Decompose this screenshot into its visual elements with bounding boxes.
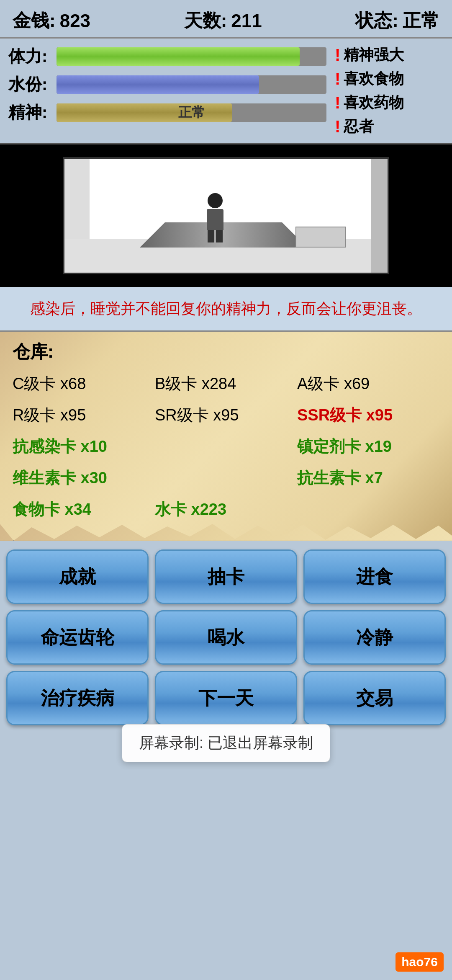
fate-button[interactable]: 命运齿轮	[6, 610, 149, 665]
excl-icon-2: !	[335, 70, 340, 88]
achievement-button[interactable]: 成就	[6, 549, 149, 604]
water-row: 水份:	[8, 73, 326, 96]
inv-empty-1	[155, 433, 297, 461]
inv-sedative: 镇定剂卡 x19	[297, 433, 439, 461]
toast-notification: 屏幕录制: 已退出屏幕录制	[122, 724, 330, 762]
inv-c-card: C级卡 x68	[13, 370, 155, 398]
status-tag-label-4: 忍者	[344, 116, 374, 137]
inv-water-card: 水卡 x223	[155, 495, 297, 524]
message-section: 感染后，睡觉并不能回复你的精神力，反而会让你更沮丧。	[0, 287, 452, 332]
status-tag-3: ! 喜欢药物	[335, 93, 444, 113]
inv-vitamin: 维生素卡 x30	[13, 464, 155, 492]
days-value: 211	[231, 10, 262, 31]
status-tags: ! 精神强大 ! 喜欢食物 ! 喜欢药物 ! 忍者	[335, 45, 444, 137]
inv-a-card: A级卡 x69	[297, 370, 439, 398]
buttons-section: 成就 抽卡 进食 命运齿轮 喝水 冷静 治疗疾病 下一天 交易	[0, 541, 452, 736]
next-day-button[interactable]: 下一天	[155, 671, 297, 725]
drink-button[interactable]: 喝水	[155, 610, 297, 665]
eat-button[interactable]: 进食	[303, 549, 446, 604]
money-value: 823	[60, 10, 90, 31]
inv-anti-infection: 抗感染卡 x10	[13, 433, 155, 461]
status-label: 状态:	[355, 8, 398, 33]
inventory-grid: C级卡 x68 B级卡 x284 A级卡 x69 R级卡 x95 SR级卡 x9…	[13, 370, 439, 524]
spirit-bar-fill	[56, 103, 232, 122]
button-row-2: 命运齿轮 喝水 冷静	[6, 610, 446, 665]
draw-button[interactable]: 抽卡	[155, 549, 297, 604]
scene-table	[295, 227, 346, 248]
status-tag-1: ! 精神强大	[335, 45, 444, 65]
status-tag-2: ! 喜欢食物	[335, 69, 444, 89]
button-row-3: 治疗疾病 下一天 交易	[6, 671, 446, 725]
inv-ssr-card: SSR级卡 x95	[297, 401, 439, 429]
status-tag-label-1: 精神强大	[344, 45, 404, 65]
calm-button[interactable]: 冷静	[303, 610, 446, 665]
days-section: 天数: 211	[184, 8, 262, 33]
health-label: 体力:	[8, 45, 50, 68]
watermark: hao76	[396, 952, 444, 972]
stats-section: 体力: 水份: 精神: 正常 ! 精神强大 ! 喜欢食物	[0, 39, 452, 144]
scene-wall-right	[371, 159, 388, 273]
spirit-bar-text: 正常	[178, 103, 205, 122]
inv-sr-card: SR级卡 x95	[155, 401, 297, 429]
money-label: 金钱:	[13, 8, 56, 33]
water-label: 水份:	[8, 73, 50, 96]
status-tag-label-2: 喜欢食物	[344, 69, 404, 89]
spirit-label: 精神:	[8, 101, 50, 124]
scene-figure	[203, 193, 228, 243]
trade-button[interactable]: 交易	[303, 671, 446, 725]
status-tag-4: ! 忍者	[335, 116, 444, 137]
toast-text: 屏幕录制: 已退出屏幕录制	[139, 734, 313, 751]
figure-leg-right	[216, 230, 223, 242]
torn-edge	[0, 524, 452, 541]
inv-b-card: B级卡 x284	[155, 370, 297, 398]
excl-icon-4: !	[335, 117, 340, 136]
status-section: 状态: 正常	[355, 8, 439, 33]
message-text: 感染后，睡觉并不能回复你的精神力，反而会让你更沮丧。	[17, 297, 435, 320]
header: 金钱: 823 天数: 211 状态: 正常	[0, 0, 452, 39]
days-label: 天数:	[184, 8, 227, 33]
spirit-row: 精神: 正常	[8, 101, 326, 124]
spirit-bar: 正常	[56, 103, 326, 122]
inv-antibiotic: 抗生素卡 x7	[297, 464, 439, 492]
inv-r-card: R级卡 x95	[13, 401, 155, 429]
heal-button[interactable]: 治疗疾病	[6, 671, 149, 725]
water-bar-fill	[56, 75, 259, 94]
excl-icon-3: !	[335, 93, 340, 112]
health-row: 体力:	[8, 45, 326, 68]
inv-empty-2	[155, 464, 297, 492]
watermark-text: hao76	[401, 955, 438, 969]
money-section: 金钱: 823	[13, 8, 90, 33]
figure-body	[207, 209, 223, 230]
inv-empty-3	[297, 495, 439, 524]
figure-legs	[203, 230, 228, 242]
inv-food-card: 食物卡 x34	[13, 495, 155, 524]
scene-frame	[63, 157, 389, 274]
inventory-section: 仓库: C级卡 x68 B级卡 x284 A级卡 x69 R级卡 x95 SR级…	[0, 332, 452, 541]
status-value: 正常	[403, 8, 439, 33]
button-row-1: 成就 抽卡 进食	[6, 549, 446, 604]
figure-leg-left	[208, 230, 214, 242]
water-bar	[56, 75, 326, 94]
status-tag-label-3: 喜欢药物	[344, 93, 404, 113]
health-bar-fill	[56, 47, 300, 66]
excl-icon-1: !	[335, 46, 340, 64]
figure-head	[208, 193, 223, 208]
health-bar	[56, 47, 326, 66]
scene-section	[0, 144, 452, 287]
inventory-title: 仓库:	[13, 340, 439, 364]
stats-bars: 体力: 水份: 精神: 正常	[8, 45, 326, 137]
